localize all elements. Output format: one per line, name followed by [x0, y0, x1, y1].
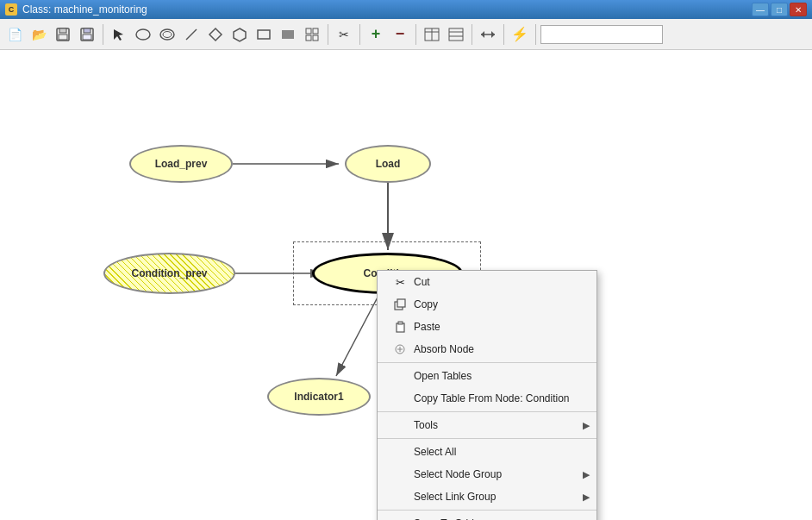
- add-button[interactable]: +: [365, 23, 387, 46]
- svg-rect-14: [282, 30, 294, 39]
- svg-marker-11: [209, 28, 222, 41]
- svg-rect-2: [59, 34, 67, 40]
- cm-snap-to-grid[interactable]: Snap To Grid: [378, 512, 597, 520]
- svg-rect-13: [258, 30, 270, 39]
- copy-table-icon: [393, 392, 407, 405]
- sep7: [535, 24, 536, 45]
- svg-rect-5: [83, 34, 91, 40]
- cursor-button[interactable]: [108, 23, 130, 46]
- cm-select-node-group[interactable]: Select Node Group ▶: [378, 463, 597, 486]
- table-a-button[interactable]: [421, 23, 443, 46]
- sep6: [503, 24, 504, 45]
- sep3: [359, 24, 360, 45]
- svg-rect-16: [313, 28, 318, 34]
- cm-sep-4: [378, 510, 597, 511]
- cm-copy-table-label: Copy Table From Node: Condition: [414, 392, 570, 404]
- cm-paste-label: Paste: [414, 321, 440, 333]
- cut-icon: ✂: [393, 275, 407, 289]
- save-button[interactable]: [76, 23, 98, 46]
- node-indicator1[interactable]: Indicator1: [267, 378, 371, 416]
- sep2: [328, 24, 328, 45]
- app-icon: C: [5, 3, 17, 16]
- svg-rect-22: [449, 28, 463, 41]
- node-label-load: Load: [376, 158, 401, 170]
- node-ellipse-condition-prev: Condition_prev: [103, 253, 235, 294]
- svg-marker-27: [491, 31, 495, 38]
- cm-tools-label: Tools: [414, 419, 438, 431]
- title-bar-controls: — □ ✕: [752, 3, 807, 16]
- node-label-condition-prev: Condition_prev: [131, 267, 207, 279]
- node-label-load-prev: Load_prev: [155, 158, 208, 170]
- svg-rect-18: [313, 35, 318, 41]
- hexagon-button[interactable]: [228, 23, 251, 46]
- cm-copy-label: Copy: [414, 298, 438, 310]
- cm-absorb[interactable]: Absorb Node: [378, 338, 597, 360]
- cm-select-all[interactable]: Select All: [378, 441, 597, 463]
- tools-icon: [393, 418, 407, 432]
- select-all-icon: [393, 445, 407, 459]
- canvas-area[interactable]: Load_prev Load Condition_prev Condition …: [0, 50, 812, 520]
- svg-point-9: [163, 31, 172, 37]
- minimize-button[interactable]: —: [752, 3, 769, 16]
- svg-point-8: [160, 29, 174, 40]
- double-ellipse-button[interactable]: [156, 23, 178, 46]
- grid-button[interactable]: [301, 23, 323, 46]
- tools-arrow: ▶: [583, 420, 590, 431]
- cm-select-all-label: Select All: [414, 446, 456, 458]
- fill-rect-button[interactable]: [277, 23, 299, 46]
- maximize-button[interactable]: □: [771, 3, 788, 16]
- select-link-group-icon: [393, 490, 407, 504]
- svg-marker-12: [234, 28, 246, 41]
- svg-point-7: [136, 29, 150, 40]
- rect-button[interactable]: [253, 23, 275, 46]
- new-button[interactable]: 📄: [3, 23, 26, 46]
- cm-cut[interactable]: ✂ Cut: [378, 271, 597, 293]
- line-button[interactable]: [180, 23, 203, 46]
- cm-tools[interactable]: Tools ▶: [378, 414, 597, 436]
- flash-button[interactable]: ⚡: [509, 23, 531, 46]
- search-input[interactable]: [540, 25, 663, 44]
- node-group-arrow: ▶: [583, 469, 590, 480]
- node-load-prev[interactable]: Load_prev: [129, 145, 233, 183]
- align-button[interactable]: [477, 23, 499, 46]
- sep4: [415, 24, 416, 45]
- svg-rect-1: [59, 28, 66, 33]
- cm-sep-3: [378, 438, 597, 439]
- toolbar: 📄 📂 ✂ + − ⚡: [0, 19, 812, 50]
- svg-line-10: [186, 29, 197, 40]
- save-table-button[interactable]: [52, 23, 74, 46]
- diamond-button[interactable]: [204, 23, 227, 46]
- paste-icon: [393, 320, 407, 334]
- cm-select-link-group[interactable]: Select Link Group ▶: [378, 486, 597, 508]
- context-menu: ✂ Cut Copy Paste Absorb Node Open Tables: [377, 270, 597, 520]
- open-button[interactable]: 📂: [28, 23, 50, 46]
- cm-sep-1: [378, 362, 597, 363]
- cm-copy-table[interactable]: Copy Table From Node: Condition: [378, 387, 597, 410]
- cm-open-tables-label: Open Tables: [414, 370, 472, 382]
- cm-open-tables[interactable]: Open Tables: [378, 365, 597, 387]
- svg-rect-36: [398, 322, 403, 324]
- node-condition-prev[interactable]: Condition_prev: [103, 253, 235, 294]
- ellipse-button[interactable]: [132, 23, 154, 46]
- svg-rect-34: [397, 299, 405, 307]
- cm-copy[interactable]: Copy: [378, 293, 597, 316]
- cm-paste[interactable]: Paste: [378, 316, 597, 338]
- scissors-button[interactable]: ✂: [333, 23, 355, 46]
- remove-button[interactable]: −: [389, 23, 411, 46]
- table-b-button[interactable]: [445, 23, 467, 46]
- sep5: [472, 24, 472, 45]
- node-load[interactable]: Load: [345, 145, 431, 183]
- cm-select-link-group-label: Select Link Group: [414, 491, 496, 503]
- close-button[interactable]: ✕: [790, 3, 807, 16]
- title-text: Class: machine_monitoring: [22, 3, 147, 16]
- cm-sep-2: [378, 411, 597, 412]
- cm-absorb-label: Absorb Node: [414, 343, 474, 355]
- svg-marker-6: [114, 29, 123, 41]
- node-ellipse-load: Load: [345, 145, 431, 183]
- sep1: [103, 24, 103, 45]
- copy-icon: [393, 298, 407, 311]
- svg-line-32: [336, 294, 379, 376]
- svg-rect-4: [84, 28, 91, 33]
- cm-select-node-group-label: Select Node Group: [414, 468, 502, 480]
- link-group-arrow: ▶: [583, 492, 590, 503]
